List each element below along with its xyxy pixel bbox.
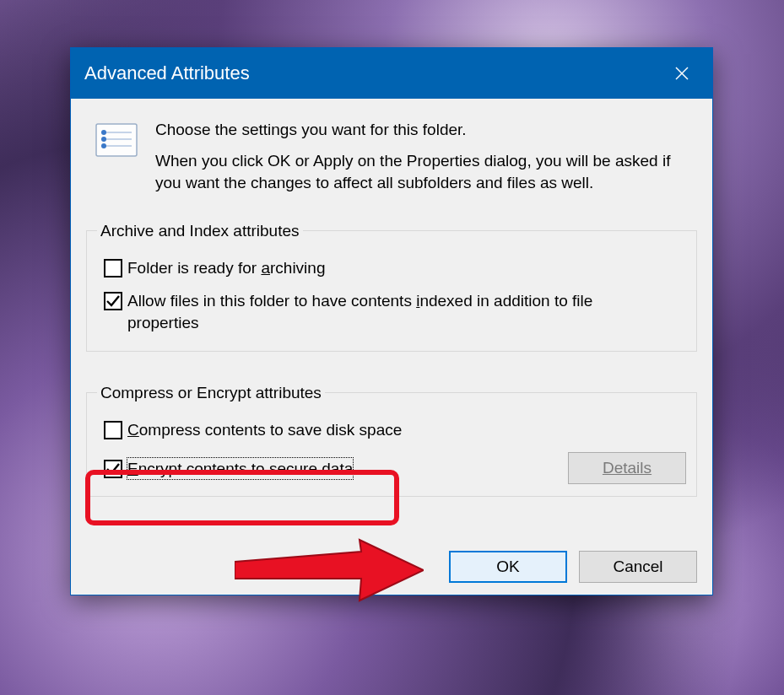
folder-settings-icon — [95, 122, 138, 158]
archive-checkbox[interactable] — [104, 259, 122, 277]
index-label[interactable]: Allow files in this folder to have conte… — [127, 290, 668, 333]
dialog-header: Choose the settings you want for this fo… — [95, 119, 689, 203]
compress-checkbox[interactable] — [104, 421, 122, 439]
svg-point-6 — [101, 130, 106, 135]
titlebar: Advanced Attributes — [71, 48, 712, 99]
close-icon — [674, 66, 689, 81]
compress-encrypt-legend: Compress or Encrypt attributes — [97, 384, 325, 402]
intro-line-1: Choose the settings you want for this fo… — [155, 119, 689, 142]
dialog-title: Advanced Attributes — [84, 62, 250, 84]
compress-checkbox-row: Compress contents to save disk space — [97, 419, 686, 441]
advanced-attributes-dialog: Advanced Attributes Choose the settings … — [70, 47, 713, 595]
cancel-button[interactable]: Cancel — [579, 551, 697, 583]
details-button[interactable]: Details — [568, 452, 686, 484]
svg-point-7 — [101, 137, 106, 142]
archive-label[interactable]: Folder is ready for archiving — [127, 257, 325, 279]
compress-encrypt-group: Compress or Encrypt attributes Compress … — [86, 384, 697, 498]
dialog-client-area: Choose the settings you want for this fo… — [71, 99, 712, 563]
encrypt-checkbox-row: Encrypt contents to secure data — [97, 458, 353, 480]
archive-index-legend: Archive and Index attributes — [97, 222, 303, 240]
encrypt-checkbox[interactable] — [104, 460, 122, 478]
index-checkbox[interactable] — [104, 292, 122, 310]
close-button[interactable] — [652, 48, 712, 99]
archive-index-group: Archive and Index attributes Folder is r… — [86, 222, 697, 352]
svg-point-8 — [101, 143, 106, 148]
ok-button[interactable]: OK — [449, 551, 567, 583]
encrypt-label[interactable]: Encrypt contents to secure data — [127, 458, 353, 480]
compress-label[interactable]: Compress contents to save disk space — [127, 419, 402, 441]
index-checkbox-row: Allow files in this folder to have conte… — [97, 290, 686, 333]
dialog-footer: OK Cancel — [449, 551, 697, 583]
archive-checkbox-row: Folder is ready for archiving — [97, 257, 686, 279]
intro-line-2: When you click OK or Apply on the Proper… — [155, 150, 689, 195]
dialog-intro-text: Choose the settings you want for this fo… — [155, 119, 689, 203]
